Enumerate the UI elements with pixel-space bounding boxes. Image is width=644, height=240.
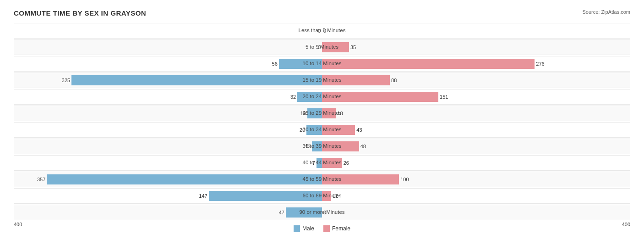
bar-area: 13 35 to 39 Minutes 48 [14, 139, 630, 154]
chart-title: COMMUTE TIME BY SEX IN GRAYSON [14, 9, 630, 17]
row-label: 35 to 39 Minutes [302, 144, 341, 149]
chart-row: 357 45 to 59 Minutes 100 [14, 172, 630, 187]
rows-container: 0 Less than 5 Minutes 0 0 5 to 9 Minutes… [14, 22, 630, 221]
bar-area: 20 30 to 34 Minutes 43 [14, 123, 630, 137]
bar-area: 56 10 to 14 Minutes 276 [14, 56, 630, 71]
row-label: 30 to 34 Minutes [302, 127, 341, 133]
chart-row: 13 35 to 39 Minutes 48 [14, 139, 630, 154]
row-label: 20 to 24 Minutes [302, 94, 341, 100]
female-value: 43 [356, 127, 362, 133]
bar-area: 32 20 to 24 Minutes 151 [14, 89, 630, 104]
male-value: 47 [279, 210, 284, 215]
female-value: 151 [440, 94, 448, 100]
chart-area: 0 Less than 5 Minutes 0 0 5 to 9 Minutes… [14, 22, 630, 205]
chart-row: 325 15 to 19 Minutes 88 [14, 73, 630, 88]
bar-area: 147 60 to 89 Minutes 12 [14, 189, 630, 203]
row-label: 25 to 29 Minutes [302, 111, 341, 116]
bar-area: 0 Less than 5 Minutes 0 [14, 23, 630, 38]
chart-row: 20 30 to 34 Minutes 43 [14, 122, 630, 138]
axis-right: 400 [622, 222, 630, 232]
male-bar: 325 [71, 75, 322, 85]
female-value: 88 [391, 78, 397, 83]
male-value: 32 [290, 94, 296, 100]
bar-area: 19 25 to 29 Minutes 18 [14, 106, 630, 121]
bar-area: 325 15 to 19 Minutes 88 [14, 73, 630, 88]
axis-labels: 400 Male Female 400 [14, 222, 630, 232]
female-bar: 276 [322, 59, 535, 69]
female-value: 35 [350, 45, 356, 50]
chart-row: 56 10 to 14 Minutes 276 [14, 56, 630, 72]
female-value: 276 [536, 61, 544, 67]
legend-male-box [294, 225, 300, 232]
legend-female-label: Female [332, 225, 350, 232]
chart-row: 0 5 to 9 Minutes 35 [14, 39, 630, 55]
male-value: 147 [199, 193, 207, 199]
chart-row: 19 25 to 29 Minutes 18 [14, 106, 630, 121]
row-label: 60 to 89 Minutes [302, 193, 341, 199]
row-label: 90 or more Minutes [299, 210, 344, 215]
row-label: Less than 5 Minutes [299, 28, 346, 33]
chart-row: 147 60 to 89 Minutes 12 [14, 188, 630, 204]
bar-area: 7 40 to 44 Minutes 26 [14, 156, 630, 170]
bar-area: 0 5 to 9 Minutes 35 [14, 40, 630, 55]
female-value: 48 [360, 144, 366, 149]
male-value: 357 [37, 177, 45, 182]
legend-male-label: Male [302, 225, 314, 232]
legend: Male Female [294, 225, 350, 232]
female-value: 26 [344, 160, 349, 166]
row-label: 10 to 14 Minutes [302, 61, 341, 67]
legend-male: Male [294, 225, 314, 232]
bar-area: 47 90 or more Minutes 0 [14, 205, 630, 220]
female-value: 100 [400, 177, 409, 182]
legend-female-box [323, 225, 330, 232]
male-value: 325 [62, 78, 70, 83]
male-bar: 357 [47, 174, 322, 184]
row-label: 45 to 59 Minutes [302, 177, 341, 182]
chart-row: 32 20 to 24 Minutes 151 [14, 89, 630, 105]
axis-left: 400 [14, 222, 22, 232]
male-value: 56 [272, 61, 278, 67]
row-label: 40 to 44 Minutes [302, 160, 341, 166]
legend-female: Female [323, 225, 350, 232]
chart-container: COMMUTE TIME BY SEX IN GRAYSON Source: Z… [0, 0, 644, 240]
chart-row: 7 40 to 44 Minutes 26 [14, 155, 630, 171]
chart-row: 0 Less than 5 Minutes 0 [14, 23, 630, 39]
row-label: 5 to 9 Minutes [306, 45, 338, 50]
bar-area: 357 45 to 59 Minutes 100 [14, 172, 630, 187]
source-label: Source: ZipAtlas.com [582, 9, 630, 15]
chart-row: 47 90 or more Minutes 0 [14, 205, 630, 220]
row-label: 15 to 19 Minutes [302, 78, 341, 83]
